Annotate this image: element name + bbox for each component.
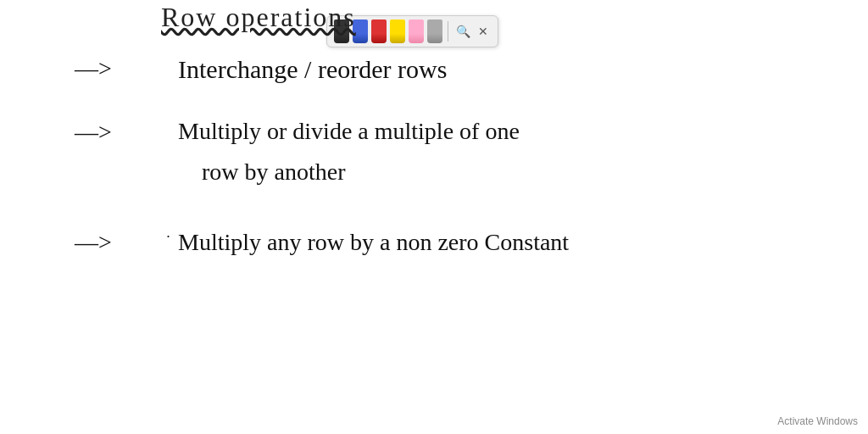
search-icon[interactable]: 🔍 <box>453 22 472 41</box>
page-title: Row operations <box>161 0 356 36</box>
bullet-dot: · <box>166 227 170 245</box>
pencil-yellow[interactable] <box>390 19 405 43</box>
arrow-3: —> <box>75 229 112 256</box>
line-1-text: Interchange / reorder rows <box>178 53 447 86</box>
line-2b-text: row by another <box>202 157 346 187</box>
toolbar-separator <box>448 21 448 42</box>
pencil-red[interactable] <box>371 19 387 43</box>
line-3-text: Multiply any row by a non zero Constant <box>178 227 569 258</box>
activate-windows-watermark: Activate Windows <box>777 415 858 427</box>
close-icon[interactable]: ✕ <box>476 24 491 39</box>
arrow-1: —> <box>75 55 112 82</box>
title-text: Row operations <box>161 2 356 32</box>
arrow-2: —> <box>75 119 112 146</box>
pencil-gray[interactable] <box>427 19 442 43</box>
pencil-pink[interactable] <box>409 19 424 43</box>
line-2a-text: Multiply or divide a multiple of one <box>178 116 520 147</box>
